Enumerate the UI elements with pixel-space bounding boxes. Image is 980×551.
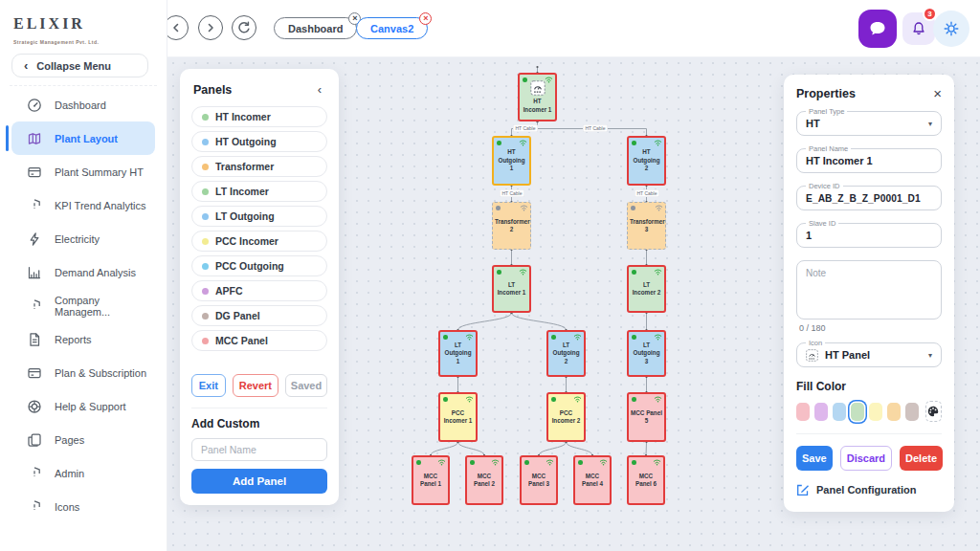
fill-color-swatch-3[interactable] [851, 403, 864, 421]
node-label: Transformer 2 [495, 218, 528, 234]
brand-tagline: Strategic Management Pvt. Ltd. [13, 39, 167, 45]
node-ht-outgoing-1[interactable]: HT Outgoing 1 [492, 136, 531, 186]
sidebar-item-demand-analysis[interactable]: Demand Analysis [11, 255, 155, 289]
palette-item-ht-incomer[interactable]: HT Incomer [191, 106, 327, 127]
sidebar-item-admin[interactable]: Admin [11, 456, 155, 490]
collapse-menu-button[interactable]: ‹ Collapse Menu [11, 54, 148, 77]
delete-button[interactable]: Delete [900, 446, 943, 471]
status-dot [470, 460, 475, 465]
node-lt-outgoing-1[interactable]: LT Outgoing 1 [438, 330, 478, 377]
fill-color-swatch-0[interactable] [796, 403, 810, 421]
status-dot [416, 460, 421, 465]
node-mcc-panel-5[interactable]: MCC Panel 5 [627, 392, 666, 442]
discard-button[interactable]: Discard [840, 446, 892, 471]
panel-type-label: Panel Type [806, 107, 847, 116]
node-mcc-panel-1[interactable]: MCC Panel 1 [412, 455, 450, 505]
fill-color-swatch-2[interactable] [833, 403, 846, 421]
panel-type-select[interactable]: Panel Type HT ▾ [796, 111, 942, 136]
chart-icon [27, 265, 42, 280]
wifi-icon [546, 458, 554, 466]
node-pcc-incomer-1[interactable]: PCC Incomer 1 [438, 392, 478, 442]
slave-id-input[interactable] [806, 230, 932, 241]
node-label: LT Outgoing 2 [550, 342, 582, 366]
tab-canvas2[interactable]: Canvas2× [356, 17, 428, 39]
sidebar-item-dashboard[interactable]: Dashboard [11, 88, 155, 121]
wifi-icon [437, 458, 446, 466]
sidebar-item-kpi-trend-analytics[interactable]: KPI Trend Analytics [11, 188, 155, 222]
node-transformer-3[interactable]: Transformer 3 [627, 202, 666, 250]
sidebar-item-plant-layout[interactable]: Plant Layout [11, 121, 155, 155]
node-transformer-2[interactable]: Transformer 2 [492, 202, 531, 250]
exit-button[interactable]: Exit [191, 374, 226, 397]
edge-label: HT Cable [513, 125, 537, 132]
close-icon[interactable]: × [419, 12, 432, 25]
edge-label: HT Cable [635, 190, 658, 197]
panel-name-input[interactable] [191, 438, 327, 461]
add-panel-button[interactable]: Add Panel [191, 469, 327, 494]
palette-item-pcc-outgoing[interactable]: PCC Outgoing [191, 255, 327, 276]
sidebar-item-pages[interactable]: Pages [11, 423, 155, 456]
settings-button[interactable] [933, 11, 969, 47]
node-mcc-panel-2[interactable]: MCC Panel 2 [465, 455, 503, 505]
properties-title: Properties [796, 87, 856, 100]
sidebar-item-reports[interactable]: Reports [11, 322, 155, 356]
panel-name-value-input[interactable] [806, 155, 932, 166]
node-lt-outgoing-2[interactable]: LT Outgoing 2 [546, 330, 586, 377]
sidebar-item-electricity[interactable]: Electricity [11, 222, 155, 255]
node-label: MCC Panel 3 [523, 473, 554, 489]
node-lt-incomer-1[interactable]: LT Incomer 1 [492, 265, 531, 313]
node-mcc-panel-3[interactable]: MCC Panel 3 [520, 455, 558, 505]
fill-color-swatch-4[interactable] [869, 403, 882, 421]
sidebar-item-icons[interactable]: Icons [11, 490, 155, 523]
palette-item-dg-panel[interactable]: DG Panel [191, 305, 327, 326]
shield-icon [27, 198, 42, 213]
palette-item-pcc-incomer[interactable]: PCC Incomer [191, 231, 327, 252]
node-mcc-panel-6[interactable]: MCC Panel 6 [627, 455, 665, 505]
palette-item-lt-incomer[interactable]: LT Incomer [191, 181, 327, 202]
sidebar-item-plan-subscription[interactable]: Plan & Subscription [11, 356, 155, 389]
palette-icon[interactable] [925, 401, 942, 422]
palette-item-ht-outgoing[interactable]: HT Outgoing [191, 131, 327, 152]
fill-color-swatch-1[interactable] [814, 403, 828, 421]
node-lt-outgoing-3[interactable]: LT Outgoing 3 [627, 330, 666, 377]
sidebar-item-company-managem[interactable]: Company Managem... [11, 289, 155, 322]
node-label: HT Outgoing 1 [496, 148, 527, 173]
status-dot [632, 460, 636, 465]
edge-label: HT Cable [500, 190, 523, 197]
tab-dashboard[interactable]: Dashboard× [274, 17, 357, 39]
revert-button[interactable]: Revert [233, 374, 278, 397]
node-label: MCC Panel 4 [577, 473, 608, 489]
wifi-icon [653, 458, 661, 466]
palette-item-apfc[interactable]: APFC [191, 280, 327, 301]
fill-color-swatch-6[interactable] [905, 403, 919, 421]
sidebar-item-plant-summary-ht[interactable]: Plant Summary HT [11, 155, 155, 188]
refresh-button[interactable] [232, 15, 256, 40]
palette-item-mcc-panel[interactable]: MCC Panel [191, 330, 327, 351]
node-label: LT Incomer 2 [631, 281, 662, 298]
node-mcc-panel-4[interactable]: MCC Panel 4 [573, 455, 612, 505]
panel-configuration-link[interactable]: Panel Configuration [796, 483, 942, 496]
wifi-icon [465, 333, 474, 341]
save-button[interactable]: Save [796, 446, 833, 471]
device-id-input[interactable] [806, 193, 932, 204]
node-lt-incomer-2[interactable]: LT Incomer 2 [627, 265, 666, 313]
palette-item-transformer[interactable]: Transformer [191, 156, 327, 177]
note-textarea[interactable] [797, 261, 941, 319]
fill-color-swatch-5[interactable] [887, 403, 901, 421]
chat-button[interactable] [858, 10, 897, 48]
device-id-field: Device ID [796, 186, 942, 210]
close-icon[interactable]: × [933, 86, 942, 100]
palette-item-lt-outgoing[interactable]: LT Outgoing [191, 206, 327, 227]
chevron-left-icon: ‹ [24, 59, 28, 72]
map-icon [27, 131, 42, 146]
palette-item-label: Transformer [215, 161, 274, 172]
forward-button[interactable] [198, 15, 223, 40]
icon-select[interactable]: Icon HT Panel ▾ [796, 342, 942, 367]
sidebar-item-help-support[interactable]: Help & Support [11, 389, 155, 423]
node-pcc-incomer-2[interactable]: PCC Incomer 2 [546, 392, 586, 442]
node-ht-incomer-1[interactable]: HT Incomer 1 [518, 73, 557, 121]
palette-item-label: HT Incomer [215, 111, 271, 122]
panels-collapse-button[interactable]: ‹ [314, 82, 325, 97]
node-ht-outgoing-2[interactable]: HT Outgoing 2 [627, 136, 666, 186]
pages-icon [27, 432, 42, 448]
